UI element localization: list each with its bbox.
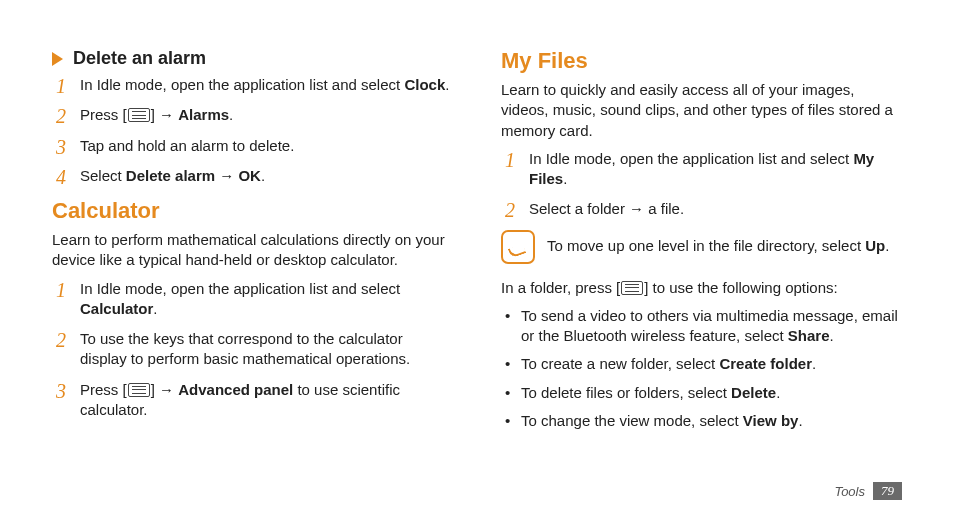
footer-category: Tools (834, 484, 865, 499)
delete-alarm-steps: In Idle mode, open the application list … (52, 75, 453, 186)
text: To change the view mode, select (521, 412, 743, 429)
text: To send a video to others via multimedia… (521, 307, 898, 344)
step-text: Tap and hold an alarm to delete. (80, 137, 294, 154)
list-item: To change the view mode, select View by. (505, 411, 902, 431)
section-my-files: My Files (501, 48, 902, 74)
list-item: To delete files or folders, select Delet… (505, 383, 902, 403)
step-item: Press [] → Advanced panel to use scienti… (56, 380, 453, 421)
text: . (776, 384, 780, 401)
bold: Up (865, 237, 885, 254)
bold: Create folder (719, 355, 812, 372)
text: To delete files or folders, select (521, 384, 731, 401)
step-text: Select (80, 167, 126, 184)
bold: Delete alarm (126, 167, 215, 184)
page-number: 79 (873, 482, 902, 500)
bold: OK (238, 167, 261, 184)
step-text: ] → (151, 381, 179, 398)
step-item: Select Delete alarm → OK. (56, 166, 453, 186)
page-footer: Tools 79 (834, 482, 902, 500)
note-block: To move up one level in the file directo… (501, 230, 902, 264)
note-text-part: . (885, 237, 889, 254)
step-item: To use the keys that correspond to the c… (56, 329, 453, 370)
note-text: To move up one level in the file directo… (547, 236, 889, 256)
step-text: ] → (151, 106, 179, 123)
step-item: Tap and hold an alarm to delete. (56, 136, 453, 156)
text: . (812, 355, 816, 372)
bold: Delete (731, 384, 776, 401)
chevron-right-icon (52, 52, 63, 66)
left-column: Delete an alarm In Idle mode, open the a… (52, 48, 453, 518)
calculator-intro: Learn to perform mathematical calculatio… (52, 230, 453, 271)
text: . (830, 327, 834, 344)
calculator-steps: In Idle mode, open the application list … (52, 279, 453, 421)
step-text: Press [ (80, 106, 127, 123)
bold: Clock (404, 76, 445, 93)
step-item: Select a folder → a file. (505, 199, 902, 219)
folder-options-intro: In a folder, press [] to use the followi… (501, 278, 902, 298)
step-text: . (563, 170, 567, 187)
bold: Calculator (80, 300, 153, 317)
text: ] to use the following options: (644, 279, 837, 296)
text: In a folder, press [ (501, 279, 620, 296)
menu-icon (128, 383, 150, 397)
bold: Share (788, 327, 830, 344)
step-text: In Idle mode, open the application list … (529, 150, 853, 167)
text: To create a new folder, select (521, 355, 719, 372)
step-text: In Idle mode, open the application list … (80, 280, 400, 297)
step-item: Press [] → Alarms. (56, 105, 453, 125)
folder-options-list: To send a video to others via multimedia… (501, 306, 902, 431)
step-text: . (445, 76, 449, 93)
step-text: In Idle mode, open the application list … (80, 76, 404, 93)
step-text: Press [ (80, 381, 127, 398)
step-text: → (215, 167, 238, 184)
manual-page: Delete an alarm In Idle mode, open the a… (0, 0, 954, 518)
list-item: To create a new folder, select Create fo… (505, 354, 902, 374)
my-files-intro: Learn to quickly and easily access all o… (501, 80, 902, 141)
subsection-title: Delete an alarm (73, 48, 206, 69)
step-text: . (153, 300, 157, 317)
step-text: To use the keys that correspond to the c… (80, 330, 410, 367)
list-item: To send a video to others via multimedia… (505, 306, 902, 347)
bold: View by (743, 412, 799, 429)
step-text: . (261, 167, 265, 184)
step-item: In Idle mode, open the application list … (56, 75, 453, 95)
step-text: Select a folder → a file. (529, 200, 684, 217)
step-item: In Idle mode, open the application list … (505, 149, 902, 190)
subsection-delete-alarm: Delete an alarm (52, 48, 453, 69)
my-files-steps: In Idle mode, open the application list … (501, 149, 902, 220)
step-text: . (229, 106, 233, 123)
right-column: My Files Learn to quickly and easily acc… (501, 48, 902, 518)
section-calculator: Calculator (52, 198, 453, 224)
bold: Alarms (178, 106, 229, 123)
bold: Advanced panel (178, 381, 293, 398)
menu-icon (128, 108, 150, 122)
text: . (798, 412, 802, 429)
step-item: In Idle mode, open the application list … (56, 279, 453, 320)
menu-icon (621, 281, 643, 295)
note-icon (501, 230, 535, 264)
note-text-part: To move up one level in the file directo… (547, 237, 865, 254)
